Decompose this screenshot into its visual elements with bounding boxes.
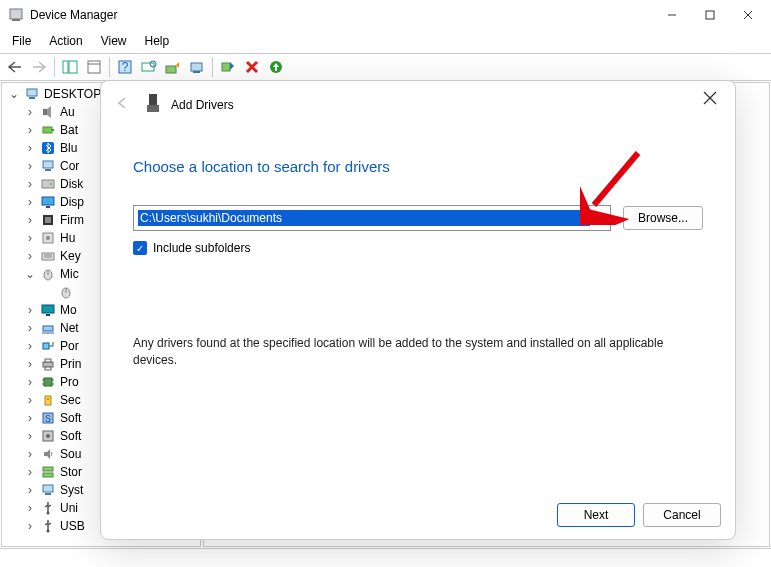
- expand-icon[interactable]: ›: [24, 358, 36, 370]
- expand-icon[interactable]: ›: [24, 430, 36, 442]
- svg-rect-23: [43, 109, 47, 115]
- path-value[interactable]: C:\Users\sukhi\Documents: [138, 210, 590, 226]
- device-icon: [40, 374, 56, 390]
- svg-rect-50: [45, 359, 51, 362]
- tree-item-label: Key: [60, 249, 81, 263]
- svg-point-68: [47, 530, 50, 533]
- help-button[interactable]: ?: [114, 56, 136, 78]
- expand-icon[interactable]: ›: [24, 340, 36, 352]
- tree-item-label: Net: [60, 321, 79, 335]
- path-combobox[interactable]: C:\Users\sukhi\Documents ⌄: [133, 205, 611, 231]
- expand-icon[interactable]: ›: [24, 502, 36, 514]
- expand-icon[interactable]: ›: [24, 214, 36, 226]
- expand-icon[interactable]: ›: [24, 106, 36, 118]
- svg-rect-21: [27, 89, 37, 96]
- cancel-button[interactable]: Cancel: [643, 503, 721, 527]
- svg-rect-3: [706, 11, 714, 19]
- expand-icon[interactable]: ›: [24, 178, 36, 190]
- chevron-down-icon[interactable]: ⌄: [590, 211, 610, 225]
- svg-rect-48: [43, 343, 49, 349]
- svg-rect-45: [46, 314, 50, 316]
- svg-rect-29: [42, 180, 54, 188]
- menu-help[interactable]: Help: [137, 32, 178, 50]
- back-button[interactable]: [4, 56, 26, 78]
- device-icon: [40, 104, 56, 120]
- expand-icon[interactable]: ›: [24, 250, 36, 262]
- tree-item-label: Stor: [60, 465, 82, 479]
- expand-icon[interactable]: ›: [24, 124, 36, 136]
- svg-rect-22: [29, 97, 35, 99]
- svg-point-30: [50, 183, 52, 185]
- expand-icon[interactable]: ›: [24, 232, 36, 244]
- svg-rect-31: [42, 197, 54, 205]
- maximize-button[interactable]: [691, 1, 729, 29]
- expand-icon[interactable]: ›: [24, 394, 36, 406]
- expand-icon[interactable]: ›: [24, 322, 36, 334]
- svg-rect-52: [44, 378, 52, 386]
- expand-icon[interactable]: ⌄: [24, 268, 36, 280]
- svg-rect-57: [45, 396, 51, 405]
- svg-rect-49: [43, 362, 53, 367]
- collapse-icon[interactable]: ⌄: [8, 88, 20, 100]
- svg-rect-0: [10, 9, 22, 19]
- device-icon: [40, 158, 56, 174]
- svg-rect-72: [147, 105, 159, 112]
- scan-hardware-button[interactable]: [138, 56, 160, 78]
- mouse-icon: [58, 284, 74, 300]
- enable-button[interactable]: [217, 56, 239, 78]
- statusbar: [0, 548, 771, 566]
- add-driver-button[interactable]: [265, 56, 287, 78]
- device-icon: [40, 302, 56, 318]
- toolbar: ?: [0, 53, 771, 81]
- menu-view[interactable]: View: [93, 32, 135, 50]
- expand-icon[interactable]: ›: [24, 520, 36, 532]
- svg-rect-64: [43, 473, 53, 477]
- expand-icon[interactable]: ›: [24, 484, 36, 496]
- next-button[interactable]: Next: [557, 503, 635, 527]
- menubar: File Action View Help: [0, 30, 771, 53]
- properties-button[interactable]: [83, 56, 105, 78]
- expand-icon[interactable]: ›: [24, 412, 36, 424]
- expand-icon[interactable]: ›: [24, 160, 36, 172]
- svg-rect-14: [166, 66, 176, 73]
- menu-action[interactable]: Action: [41, 32, 90, 50]
- svg-point-62: [46, 434, 50, 438]
- tree-root-label: DESKTOP: [44, 87, 101, 101]
- expand-icon[interactable]: ›: [24, 304, 36, 316]
- expand-icon[interactable]: ›: [24, 142, 36, 154]
- uninstall-button[interactable]: [186, 56, 208, 78]
- app-icon: [8, 7, 24, 23]
- expand-icon[interactable]: ›: [24, 466, 36, 478]
- tree-item-label: Por: [60, 339, 79, 353]
- dialog-back-button[interactable]: [115, 96, 135, 113]
- device-icon: [40, 266, 56, 282]
- expand-icon[interactable]: ›: [24, 376, 36, 388]
- device-icon: [40, 140, 56, 156]
- tree-item-label: Cor: [60, 159, 79, 173]
- minimize-button[interactable]: [653, 1, 691, 29]
- device-icon: [40, 392, 56, 408]
- svg-rect-66: [45, 493, 51, 495]
- device-icon: [40, 176, 56, 192]
- wizard-icon: [145, 93, 161, 116]
- svg-rect-44: [42, 305, 54, 313]
- svg-rect-7: [69, 61, 77, 73]
- browse-button[interactable]: Browse...: [623, 206, 703, 230]
- expand-icon[interactable]: ›: [24, 448, 36, 460]
- close-button[interactable]: [729, 1, 767, 29]
- dialog-close-button[interactable]: [703, 91, 721, 109]
- show-hide-tree-button[interactable]: [59, 56, 81, 78]
- svg-rect-15: [191, 63, 202, 71]
- svg-point-36: [46, 236, 50, 240]
- menu-file[interactable]: File: [4, 32, 39, 50]
- update-driver-button[interactable]: [162, 56, 184, 78]
- expand-icon[interactable]: ›: [24, 196, 36, 208]
- device-icon: [40, 464, 56, 480]
- forward-button[interactable]: [28, 56, 50, 78]
- disable-button[interactable]: [241, 56, 263, 78]
- device-icon: [40, 194, 56, 210]
- device-icon: [40, 482, 56, 498]
- device-icon: [40, 248, 56, 264]
- include-subfolders-checkbox[interactable]: ✓: [133, 241, 147, 255]
- svg-rect-1: [12, 19, 20, 21]
